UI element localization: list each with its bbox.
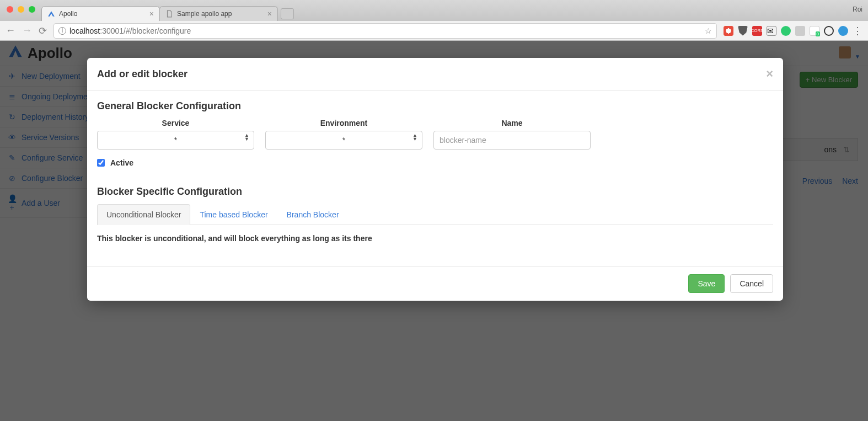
browser-tab-sample[interactable]: Sample apollo app × <box>159 6 278 21</box>
environment-label: Environment <box>320 119 368 127</box>
active-label: Active <box>110 158 133 167</box>
save-button[interactable]: Save <box>688 274 725 293</box>
environment-field-group: Environment * ▲▼ <box>265 119 422 150</box>
window-minimize-icon[interactable] <box>18 6 24 13</box>
general-config-heading: General Blocker Configuration <box>97 100 773 112</box>
url-path: /#/blocker/configure <box>124 26 191 35</box>
ext-icon[interactable] <box>838 26 848 36</box>
chrome-profile-label[interactable]: Roi <box>853 6 862 13</box>
service-select[interactable]: * ▲▼ <box>97 131 254 150</box>
modal-title: Add or edit blocker <box>97 68 187 80</box>
ext-icon[interactable]: 0 <box>810 26 819 36</box>
ext-icon[interactable] <box>781 26 791 36</box>
environment-select[interactable]: * ▲▼ <box>265 131 422 150</box>
active-checkbox[interactable] <box>97 159 105 167</box>
page-favicon-icon <box>165 10 173 18</box>
chrome-menu-icon[interactable]: ⋮ <box>853 25 862 37</box>
modal-footer: Save Cancel <box>87 266 783 301</box>
service-field-group: Service * ▲▼ <box>97 119 254 150</box>
url-port: :30001 <box>100 26 124 35</box>
extension-icons: CORS ✉ 0 ⋮ <box>724 25 862 37</box>
tab-title: Sample apollo app <box>177 10 232 18</box>
back-button[interactable]: ← <box>6 25 15 36</box>
add-edit-blocker-modal: Add or edit blocker × General Blocker Co… <box>87 58 783 301</box>
new-tab-button[interactable] <box>281 8 294 19</box>
site-info-icon[interactable]: i <box>58 27 66 35</box>
select-caret-icon: ▲▼ <box>412 134 417 141</box>
browser-tab-strip: Apollo × Sample apollo app × Roi <box>0 0 868 21</box>
specific-config-heading: Blocker Specific Configuration <box>97 186 773 198</box>
ext-icon[interactable] <box>795 26 805 36</box>
address-bar[interactable]: i localhost:30001/#/blocker/configure ☆ <box>53 23 717 39</box>
url-host: localhost <box>69 26 100 35</box>
close-icon[interactable]: × <box>149 9 154 18</box>
service-label: Service <box>162 119 190 127</box>
select-caret-icon: ▲▼ <box>244 134 249 141</box>
select-value: * <box>342 136 345 145</box>
active-checkbox-row: Active <box>97 158 773 167</box>
tab-description: This blocker is unconditional, and will … <box>97 225 773 256</box>
window-close-icon[interactable] <box>7 6 13 13</box>
ext-icon[interactable] <box>724 26 733 36</box>
modal-body: General Blocker Configuration Service * … <box>87 90 783 266</box>
cancel-button[interactable]: Cancel <box>730 274 773 293</box>
window-maximize-icon[interactable] <box>29 6 35 13</box>
forward-button[interactable]: → <box>22 25 32 36</box>
tab-branch[interactable]: Branch Blocker <box>277 204 349 225</box>
apollo-favicon-icon <box>47 10 55 18</box>
close-icon[interactable]: × <box>267 9 272 18</box>
ext-icon[interactable] <box>824 26 834 36</box>
form-row: Service * ▲▼ Environment * ▲▼ Name <box>97 119 773 150</box>
name-field-group: Name <box>433 119 591 150</box>
reload-button[interactable]: ⟳ <box>39 25 47 37</box>
select-value: * <box>174 136 177 145</box>
blocker-type-tabs: Unconditional Blocker Time based Blocker… <box>97 204 773 225</box>
window-controls <box>7 6 35 13</box>
modal-header: Add or edit blocker × <box>87 58 783 90</box>
browser-tab-apollo[interactable]: Apollo × <box>41 6 160 21</box>
tab-title: Apollo <box>59 10 77 18</box>
ext-icon[interactable]: ✉ <box>767 26 776 36</box>
ext-icon[interactable]: CORS <box>752 26 762 36</box>
blocker-name-input[interactable] <box>433 131 591 150</box>
ext-icon[interactable] <box>738 26 748 36</box>
tab-time-based[interactable]: Time based Blocker <box>190 204 277 225</box>
name-label: Name <box>501 119 522 127</box>
tab-unconditional[interactable]: Unconditional Blocker <box>97 204 190 225</box>
close-icon[interactable]: × <box>766 67 773 81</box>
browser-toolbar: ← → ⟳ i localhost:30001/#/blocker/config… <box>0 21 868 41</box>
bookmark-star-icon[interactable]: ☆ <box>705 26 712 35</box>
